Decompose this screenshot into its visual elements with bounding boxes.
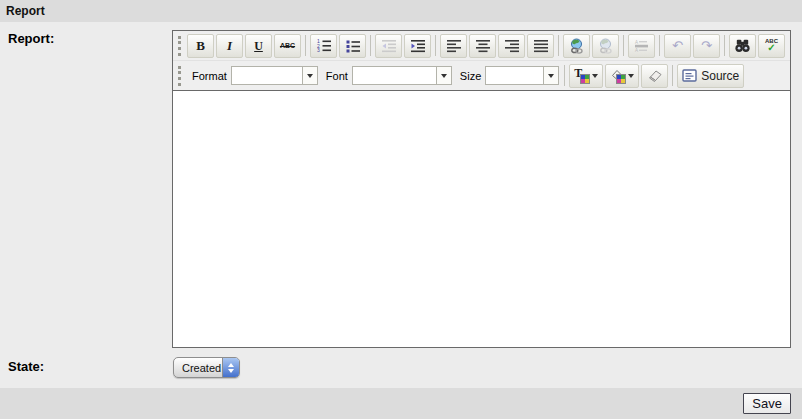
- font-select-caret[interactable]: [436, 67, 451, 84]
- toolbar-separator: [370, 35, 371, 56]
- page-header: Report: [0, 0, 802, 22]
- format-combo-label: Format: [192, 70, 227, 82]
- underline-button[interactable]: U: [245, 34, 272, 58]
- report-field-label: Report:: [8, 31, 54, 46]
- state-select-stepper-icon: [222, 358, 239, 377]
- arrow-up-icon: [228, 363, 234, 367]
- outdent-icon: [381, 38, 397, 53]
- toolbar-separator: [623, 35, 624, 56]
- save-button[interactable]: Save: [743, 393, 791, 414]
- unlink-icon: [597, 38, 614, 54]
- toolbar-separator: [724, 35, 725, 56]
- spell-check-button[interactable]: ABC ✓: [758, 34, 785, 58]
- italic-icon: I: [227, 39, 232, 52]
- format-select[interactable]: [231, 66, 318, 85]
- toolbar-grip-handle[interactable]: [178, 66, 181, 86]
- svg-text:A: A: [635, 39, 638, 44]
- italic-button[interactable]: I: [216, 34, 243, 58]
- chevron-down-icon: [548, 74, 554, 78]
- format-combo: Format: [188, 66, 318, 85]
- size-select[interactable]: [485, 66, 559, 85]
- find-binoculars-icon: [734, 38, 751, 53]
- font-select[interactable]: [352, 66, 452, 85]
- unordered-list-icon: [345, 38, 361, 53]
- state-select[interactable]: Created: [173, 357, 240, 378]
- size-combo: Size: [456, 66, 559, 85]
- font-combo: Font: [322, 66, 452, 85]
- format-select-caret[interactable]: [302, 67, 317, 84]
- eraser-icon: [647, 69, 663, 82]
- toolbar-separator: [564, 65, 565, 86]
- insert-link-button[interactable]: [563, 34, 590, 58]
- unlink-button[interactable]: [592, 34, 619, 58]
- size-select-value: [486, 67, 543, 84]
- bold-icon: B: [196, 39, 205, 52]
- background-color-icon: [610, 67, 626, 84]
- chevron-down-icon: [441, 74, 447, 78]
- svg-text:A: A: [635, 48, 638, 53]
- page-title: Report: [6, 4, 45, 18]
- align-left-button[interactable]: [440, 34, 467, 58]
- state-select-value: Created: [174, 358, 222, 377]
- ordered-list-icon: 1 2 3: [316, 38, 332, 53]
- underline-icon: U: [254, 40, 263, 52]
- unordered-list-button[interactable]: [339, 34, 366, 58]
- toolbar-separator: [659, 35, 660, 56]
- redo-icon: ↷: [701, 39, 712, 52]
- source-button[interactable]: Source: [677, 64, 744, 88]
- chevron-down-icon: [307, 74, 313, 78]
- toolbar-separator: [305, 35, 306, 56]
- justify-icon: [533, 39, 549, 53]
- richtext-editor: B I U ABC 1 2 3: [172, 30, 791, 348]
- footer-bar: Save: [0, 388, 802, 419]
- horizontal-rule-button[interactable]: A A: [628, 34, 655, 58]
- editor-content-area[interactable]: [173, 91, 790, 347]
- toolbar-row-1: B I U ABC 1 2 3: [173, 31, 790, 60]
- horizontal-rule-icon: A A: [634, 39, 649, 53]
- chevron-down-icon: [592, 74, 598, 78]
- size-select-caret[interactable]: [543, 67, 558, 84]
- toolbar-grip-handle[interactable]: [178, 36, 181, 56]
- align-right-icon: [504, 39, 520, 53]
- toolbar-separator: [672, 65, 673, 86]
- arrow-down-icon: [228, 369, 234, 373]
- bold-button[interactable]: B: [187, 34, 214, 58]
- strikethrough-button[interactable]: ABC: [274, 34, 301, 58]
- indent-icon: [410, 38, 426, 53]
- toolbar-separator: [558, 35, 559, 56]
- format-select-value: [232, 67, 302, 84]
- align-right-button[interactable]: [498, 34, 525, 58]
- toolbar-separator: [435, 35, 436, 56]
- undo-icon: ↶: [672, 39, 683, 52]
- remove-format-button[interactable]: [641, 64, 668, 88]
- find-button[interactable]: [729, 34, 756, 58]
- chevron-down-icon: [628, 74, 634, 78]
- background-color-button[interactable]: [605, 64, 639, 88]
- toolbar-row-2: Format Font Size: [173, 60, 790, 90]
- strikethrough-icon: ABC: [280, 42, 295, 49]
- text-color-icon: T: [574, 67, 590, 84]
- indent-button[interactable]: [404, 34, 431, 58]
- editor-toolbar: B I U ABC 1 2 3: [173, 31, 790, 91]
- svg-text:3: 3: [317, 47, 320, 53]
- source-button-label: Source: [701, 69, 739, 83]
- link-icon: [568, 38, 585, 54]
- justify-button[interactable]: [527, 34, 554, 58]
- text-color-button[interactable]: T: [569, 64, 603, 88]
- align-center-icon: [475, 39, 491, 53]
- align-center-button[interactable]: [469, 34, 496, 58]
- font-select-value: [353, 67, 436, 84]
- redo-button[interactable]: ↷: [693, 34, 720, 58]
- state-field-label: State:: [8, 359, 44, 374]
- font-combo-label: Font: [326, 70, 348, 82]
- ordered-list-button[interactable]: 1 2 3: [310, 34, 337, 58]
- align-left-icon: [446, 39, 462, 53]
- size-combo-label: Size: [460, 70, 481, 82]
- spell-check-icon: ABC ✓: [765, 38, 778, 53]
- source-icon: [682, 69, 697, 82]
- outdent-button[interactable]: [375, 34, 402, 58]
- undo-button[interactable]: ↶: [664, 34, 691, 58]
